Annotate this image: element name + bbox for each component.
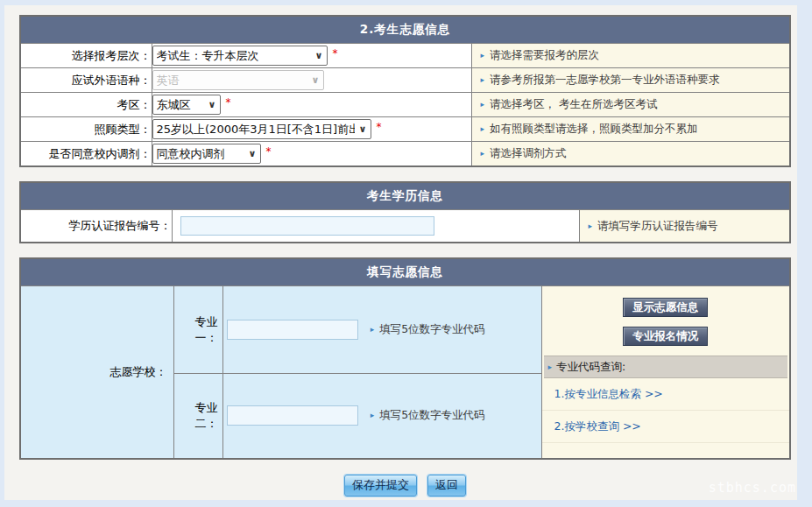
apply-info-table: 填写志愿信息 志愿学校： 专业一： ▸填写5位数字专业代码 显示志愿信息 专业报… [19,257,791,460]
table-row-level: 选择报考层次： 考试生：专升本层次 ∨ * ▸请选择需要报考的层次 [20,44,790,68]
major2-label: 专业二： [195,401,218,430]
hint-bullet-icon: ▸ [481,100,485,109]
section-title-education: 考生学历信息 [20,182,790,210]
hint-bullet-icon: ▸ [589,222,593,230]
language-label: 应试外语语种： [72,74,152,87]
table-row-language: 应试外语语种： 英语 ∨ ▸请参考所报第一志愿学校第一专业外语语种要求 [20,68,790,93]
table-row-adjustment: 是否同意校内调剂： 同意校内调剂 ∨ * ▸请选择调剂方式 [20,142,790,167]
panel-buttons: 显示志愿信息 专业报名情况 [542,286,790,346]
care-type-hint: 如有照顾类型请选择，照顾类型加分不累加 [490,122,698,135]
hint-bullet-icon: ▸ [481,51,485,60]
table-row-major1: 志愿学校： 专业一： ▸填写5位数字专业代码 显示志愿信息 专业报名情况 ▸ 专… [20,286,790,374]
major2-input[interactable] [227,405,358,426]
report-number-input[interactable] [180,216,434,236]
required-mark: * [266,145,272,158]
adjustment-hint: 请选择调剂方式 [490,146,567,159]
section-header-row: 填写志愿信息 [20,258,790,286]
major1-input[interactable] [227,320,358,340]
district-select-wrap: 东城区 ∨ [152,95,221,115]
level-hint: 请选择需要报考的层次 [490,48,599,61]
report-number-label: 学历认证报告编号： [69,219,172,232]
language-hint: 请参考所报第一志愿学校第一专业外语语种要求 [490,73,720,86]
hint-bullet-icon: ▸ [371,411,375,419]
query-title: 专业代码查询: [556,360,625,375]
major1-hint: 填写5位数字专业代码 [379,322,484,335]
district-label: 考区： [117,98,152,111]
required-mark: * [226,96,231,109]
hint-bullet-icon: ▸ [481,149,485,158]
query-panel: 显示志愿信息 专业报名情况 ▸ 专业代码查询: 1.按专业信息检索 >> 2.按… [541,286,790,459]
care-type-select-wrap: 25岁以上(2000年3月1日[不含1日]前出 ∨ [152,119,371,139]
level-label: 选择报考层次： [72,49,152,62]
level-select[interactable]: 考试生：专升本层次 [152,46,328,66]
hint-bullet-icon: ▸ [548,363,553,371]
back-button[interactable]: 返回 [427,475,466,496]
hint-bullet-icon: ▸ [481,75,485,84]
table-row-district: 考区： 东城区 ∨ * ▸请选择考区， 考生在所选考区考试 [20,93,790,117]
table-row-care-type: 照顾类型： 25岁以上(2000年3月1日[不含1日]前出 ∨ * ▸如有照顾类… [20,117,790,142]
report-number-hint: 请填写学历认证报告编号 [597,219,718,232]
language-select: 英语 [152,70,324,90]
district-hint: 请选择考区， 考生在所选考区考试 [490,97,657,110]
major1-label: 专业一： [195,315,218,344]
section-title-volunteer: 2.考生志愿信息 [20,16,790,44]
form-content: 2.考生志愿信息 选择报考层次： 考试生：专升本层次 ∨ * ▸请选择需要报考的… [4,5,797,496]
district-select[interactable]: 东城区 [152,95,221,115]
table-row-report-number: 学历认证报告编号： ▸请填写学历认证报告编号 [20,210,790,243]
major-status-button[interactable]: 专业报名情况 [623,327,708,346]
search-by-school-link[interactable]: 2.按学校查询 >> [542,411,790,443]
level-select-wrap: 考试生：专升本层次 ∨ [152,46,328,66]
query-title-bar: ▸ 专业代码查询: [544,356,788,378]
show-volunteer-button[interactable]: 显示志愿信息 [623,298,708,317]
hint-bullet-icon: ▸ [371,325,375,334]
footer-actions: 保存并提交 返回 [19,475,791,496]
education-info-table: 考生学历信息 学历认证报告编号： ▸请填写学历认证报告编号 [19,181,791,243]
language-select-wrap: 英语 ∨ [152,70,324,90]
adjustment-select-wrap: 同意校内调剂 ∨ [152,144,261,164]
search-by-major-link[interactable]: 1.按专业信息检索 >> [542,378,790,411]
school-label-cell: 志愿学校： [20,286,173,459]
major2-hint: 填写5位数字专业代码 [379,408,484,421]
adjustment-select[interactable]: 同意校内调剂 [152,144,261,164]
care-type-select[interactable]: 25岁以上(2000年3月1日[不含1日]前出 [152,119,371,139]
page-surface: 2.考生志愿信息 选择报考层次： 考试生：专升本层次 ∨ * ▸请选择需要报考的… [4,5,797,500]
section-header-row: 2.考生志愿信息 [20,16,790,44]
required-mark: * [333,47,338,60]
required-mark: * [377,121,382,133]
watermark: stbhcs.com [709,480,796,496]
adjustment-label: 是否同意校内调剂： [49,147,152,160]
hint-bullet-icon: ▸ [481,124,485,133]
school-label: 志愿学校： [110,365,167,378]
section-header-row: 考生学历信息 [20,182,790,210]
save-submit-button[interactable]: 保存并提交 [344,475,417,496]
volunteer-info-table: 2.考生志愿信息 选择报考层次： 考试生：专升本层次 ∨ * ▸请选择需要报考的… [19,15,791,167]
care-type-label: 照顾类型： [95,123,152,136]
section-title-apply: 填写志愿信息 [20,258,790,286]
